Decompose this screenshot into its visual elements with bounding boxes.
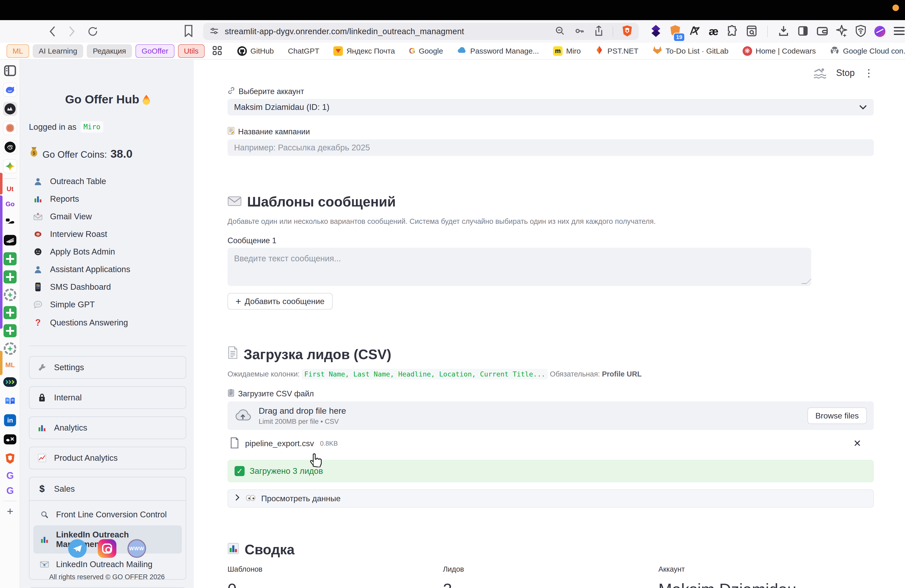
sheets-app-icon[interactable]: [3, 270, 17, 283]
profile-avatar[interactable]: [874, 26, 885, 37]
password-key-icon[interactable]: [574, 25, 585, 38]
nav-interview-roast[interactable]: Interview Roast: [29, 225, 186, 243]
nav-front-line-conversion-control[interactable]: Front Line Conversion Control: [33, 505, 182, 524]
incoming-envelope-icon: [32, 213, 43, 221]
leo-ai-icon[interactable]: [836, 25, 847, 38]
g-app-icon[interactable]: G: [6, 470, 14, 481]
add-message-button[interactable]: + Добавить сообщение: [227, 293, 333, 310]
sheets-app-icon[interactable]: [3, 252, 17, 265]
sheets-app-icon[interactable]: [3, 324, 17, 337]
menu-hamburger-icon[interactable]: [894, 26, 905, 37]
file-dropzone[interactable]: Drag and drop file here Limit 200MB per …: [227, 401, 874, 430]
target-app-icon[interactable]: +: [4, 288, 16, 301]
ae-extension-icon[interactable]: æ: [709, 25, 718, 38]
linkedin-app-icon[interactable]: in: [3, 413, 17, 427]
flag-app-icon[interactable]: [3, 214, 17, 228]
bookmark-folder-gooffer[interactable]: GoOffer: [135, 44, 174, 58]
group-label-utils[interactable]: Ut: [6, 184, 13, 194]
sheets-app-icon[interactable]: [3, 306, 17, 319]
reader-search-icon[interactable]: [746, 25, 757, 38]
new-tab-button[interactable]: +: [7, 506, 13, 516]
website-icon[interactable]: WWW: [127, 539, 146, 558]
telegram-icon[interactable]: [68, 539, 87, 558]
bookmark-google[interactable]: G Google: [409, 46, 443, 56]
zoom-out-icon[interactable]: [555, 25, 565, 37]
bookmark-github[interactable]: GitHub: [237, 46, 274, 56]
apps-grid-icon[interactable]: [212, 46, 222, 57]
bookmark-pst[interactable]: PST.NET: [595, 46, 638, 56]
downloads-icon[interactable]: [778, 25, 789, 38]
nav-simple-gpt[interactable]: Simple GPT: [29, 296, 186, 313]
brave-rewards-icon[interactable]: 19: [670, 25, 681, 38]
extensions-puzzle-icon[interactable]: [727, 25, 738, 38]
share-icon[interactable]: [594, 25, 604, 38]
bookmark-google-cloud[interactable]: Google Cloud con...: [830, 46, 905, 56]
url-bar[interactable]: streamlit-app-dygv.onrender.com/linkedin…: [203, 23, 639, 40]
message-1-textarea[interactable]: Введите текст сообщения...: [227, 248, 811, 286]
bookmarks-toggle-icon[interactable]: [184, 25, 193, 38]
bookmark-password-manager[interactable]: Password Manage...: [457, 46, 539, 56]
expander-analytics[interactable]: Analytics: [29, 416, 186, 439]
g-app-icon[interactable]: G: [6, 486, 14, 496]
arrows-app-icon[interactable]: [3, 375, 17, 389]
brave-shields-icon[interactable]: [622, 25, 633, 38]
crown-app-icon[interactable]: [3, 102, 17, 116]
expander-product-analytics[interactable]: Product Analytics: [29, 447, 186, 469]
target-app-icon[interactable]: +: [4, 342, 16, 355]
book-app-icon[interactable]: [3, 394, 17, 408]
bookmark-codewars[interactable]: ❋ Home | Codewars: [743, 46, 816, 56]
sidebar-panel-icon[interactable]: [797, 25, 808, 38]
remove-file-button[interactable]: ✕: [853, 438, 871, 449]
tools-app-icon[interactable]: [3, 432, 17, 447]
forward-button[interactable]: [67, 26, 76, 37]
sidebar-toggle-icon[interactable]: [3, 64, 17, 78]
translate-icon[interactable]: [689, 25, 701, 38]
back-button[interactable]: [48, 26, 56, 37]
upload-csv-label: Загрузите CSV файл: [227, 389, 874, 399]
bookmark-folder-ai-learning[interactable]: AI Learning: [33, 44, 83, 58]
browse-files-button[interactable]: Browse files: [807, 407, 867, 424]
meat-icon: [32, 230, 43, 238]
view-data-expander[interactable]: Просмотреть данные: [227, 489, 874, 507]
site-settings-icon[interactable]: [209, 26, 219, 37]
expander-sales-header[interactable]: $ Sales: [29, 477, 186, 500]
wallet-icon[interactable]: [816, 25, 828, 38]
account-select[interactable]: Maksim Dziamidau (ID: 1): [227, 99, 874, 116]
resize-handle[interactable]: [801, 278, 812, 284]
waves-app-icon[interactable]: [3, 233, 17, 247]
page-document-icon: [227, 346, 238, 362]
group-label-ml[interactable]: ML: [5, 360, 15, 370]
stop-button[interactable]: Stop: [836, 68, 855, 78]
brave-app-icon[interactable]: [3, 451, 17, 466]
bookmark-folder-utils[interactable]: Utils: [178, 44, 205, 58]
campaign-name-input[interactable]: Например: Рассылка декабрь 2025: [227, 139, 874, 156]
instagram-icon[interactable]: [98, 539, 116, 558]
group-label-gooffer[interactable]: Go: [6, 199, 14, 209]
file-size: 0.8KB: [320, 440, 338, 447]
expander-internal[interactable]: Internal: [29, 386, 186, 409]
kebab-menu-icon[interactable]: ⋮: [864, 70, 874, 76]
whale-app-icon[interactable]: [3, 83, 17, 97]
nav-gmail-view[interactable]: Gmail View: [29, 208, 186, 225]
gemini-app-icon[interactable]: [3, 159, 17, 173]
nav-apply-bots-admin[interactable]: Apply Bots Admin: [29, 243, 186, 261]
bookmark-yandex-mail[interactable]: Яндекс Почта: [333, 46, 395, 56]
extension-diamond-icon[interactable]: [650, 25, 661, 38]
bookmark-folder-redakcia[interactable]: Редакция: [87, 44, 132, 58]
nav-outreach-table[interactable]: Outreach Table: [29, 173, 186, 190]
bookmark-chatgpt[interactable]: ChatGPT: [288, 47, 319, 55]
nav-linkedin-outreach-mailing[interactable]: E LinkedIn Outreach Mailing: [33, 555, 182, 574]
expander-settings[interactable]: Settings: [29, 356, 186, 379]
bookmark-folder-ml[interactable]: ML: [6, 44, 29, 58]
nav-assistant-applications[interactable]: Assistant Applications: [29, 261, 186, 278]
bookmark-miro[interactable]: m Miro: [553, 46, 581, 56]
bookmark-gitlab[interactable]: To-Do List · GitLab: [653, 46, 729, 56]
url-text[interactable]: streamlit-app-dygv.onrender.com/linkedin…: [225, 27, 464, 36]
vpn-shield-icon[interactable]: [855, 25, 866, 38]
swirl-app-icon[interactable]: [3, 140, 17, 154]
reload-button[interactable]: [87, 25, 98, 37]
nav-reports[interactable]: Reports: [29, 190, 186, 208]
nav-questions-answering[interactable]: ? Questions Answering: [29, 313, 186, 332]
claude-star-app-icon[interactable]: [3, 121, 17, 135]
nav-sms-dashboard[interactable]: SMS Dashboard: [29, 278, 186, 296]
